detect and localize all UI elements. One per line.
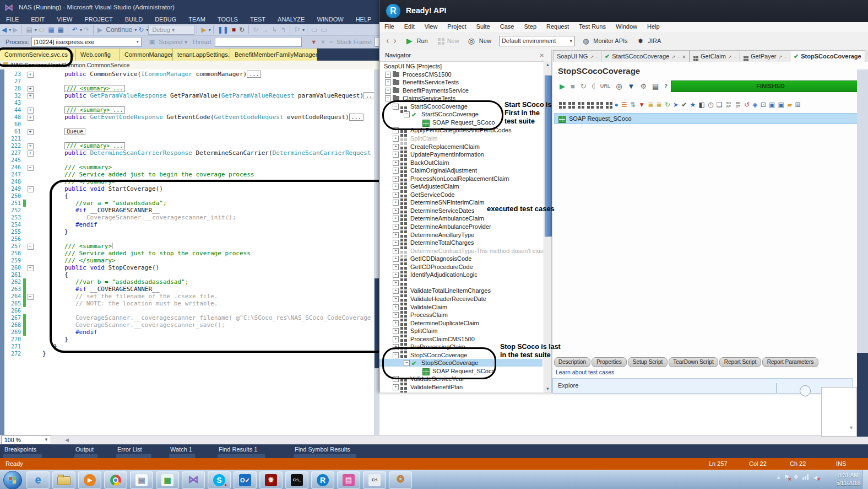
step-type-grid-icon[interactable] — [559, 102, 562, 105]
expand-icon[interactable]: + — [28, 151, 34, 157]
vs-doc-tab-benefitmemberfamilymanagertests-c[interactable]: BenefitMemberFamilyManagerTests.c — [230, 49, 317, 61]
expand-icon[interactable]: + — [393, 320, 399, 326]
start-orb[interactable] — [3, 471, 22, 489]
vs-menu-edit[interactable]: EDIT — [25, 15, 51, 24]
expand-icon[interactable]: + — [393, 127, 399, 133]
vs-doc-tab-commonservice-svc-cs[interactable]: CommonService.svc.cs⍉✕ — [0, 49, 76, 61]
tray-caret-icon[interactable]: ▴ — [777, 474, 780, 481]
fold-margin[interactable]: + — [26, 106, 35, 114]
vs-panel-tab-find-symbol-results[interactable]: Find Symbol Results — [295, 446, 350, 453]
loop-icon[interactable]: ↻ — [665, 100, 670, 109]
expand-icon[interactable]: + — [393, 160, 399, 166]
chevron-down-icon[interactable]: ▾ — [35, 28, 37, 33]
expand-icon[interactable]: + — [393, 248, 399, 254]
expand-icon[interactable]: + — [393, 224, 399, 230]
tree-item-updatepaymentinformation[interactable]: +UpdatePaymentInformation — [379, 151, 542, 158]
paint-palette-icon[interactable]: ❂ — [389, 471, 412, 489]
tree-item-splitclaim[interactable]: +SplitClaim — [379, 135, 542, 142]
tree-item-benefitsservicetests[interactable]: +BenefitsServiceTests — [379, 78, 542, 86]
ready-api-icon[interactable]: R — [311, 471, 334, 489]
close-icon[interactable]: ✕ — [540, 50, 544, 61]
jira-label[interactable]: JIRA — [648, 37, 661, 44]
expand-icon[interactable]: + — [385, 79, 391, 85]
tree-item-determinetotalcharges[interactable]: +DetermineTotalCharges — [379, 239, 542, 246]
tree-item-splitclaim[interactable]: +SplitClaim — [379, 327, 542, 335]
filter-flag-icon[interactable]: ▼ — [320, 37, 326, 47]
refresh-icon[interactable]: ↻ — [253, 25, 258, 35]
chevron-down-icon[interactable]: ▼ — [849, 425, 854, 431]
tree-item-determineancillarytype[interactable]: +DetermineAncillaryType — [379, 231, 542, 239]
close-icon[interactable]: ✕ — [682, 55, 686, 60]
assert-icon[interactable]: ✔ — [681, 100, 687, 109]
learn-about-test-cases-link[interactable]: Learn about test cases — [556, 369, 614, 375]
tree-item-stopscococoverage[interactable]: −✔StopSCocoCoverage — [379, 359, 542, 367]
step-into-icon[interactable]: → — [262, 25, 268, 35]
tree-item-applypendcategoriesandpendcodes[interactable]: +ApplyPendCategoriesAndPendCodes — [379, 126, 542, 134]
expand-icon[interactable]: + — [393, 272, 399, 278]
ready-tab-soapui-ng[interactable]: SoapUI NG↗−✕ — [553, 50, 608, 62]
tree-item-validateoccurrencedatacount[interactable]: +ValidateOccurrenceDataCount — [379, 391, 542, 393]
monitor-icon[interactable]: ⊡ — [761, 100, 766, 109]
expand-icon[interactable]: + — [393, 200, 399, 206]
action-center-icon[interactable]: ⚑✕ — [784, 474, 789, 481]
ready-menu-request[interactable]: Request — [541, 22, 574, 32]
expand-icon[interactable]: + — [393, 232, 399, 238]
vs-menu-team[interactable]: TEAM — [182, 15, 211, 24]
bottom-tab-setup-script[interactable]: Setup Script — [628, 357, 668, 367]
chevron-down-icon[interactable]: ▾ — [80, 28, 82, 33]
vs-doc-tab-tenant-appsettings-xml[interactable]: tenant.appSettings.xml — [173, 49, 230, 61]
scrollbar-thumb[interactable] — [375, 278, 379, 368]
collapse-icon[interactable]: − — [385, 95, 391, 101]
fold-margin[interactable]: + — [26, 149, 35, 157]
nav-forward-icon[interactable]: ▶ — [13, 25, 18, 35]
expand-icon[interactable]: + — [393, 176, 399, 182]
expand-icon[interactable]: + — [393, 328, 399, 334]
fold-margin[interactable]: − — [26, 264, 35, 271]
fold-margin[interactable]: − — [26, 293, 35, 300]
tree-item-processclaimcms1500[interactable]: +ProcessClaimCMS1500 — [379, 335, 542, 343]
continue-button-label[interactable]: Continue — [106, 25, 132, 35]
chevron-down-icon[interactable]: ▾ — [134, 28, 137, 33]
soap-step-icon[interactable]: SO AP — [725, 101, 732, 108]
delay-clock-icon[interactable]: ◷ — [708, 100, 713, 109]
tree-item-processclaim[interactable]: +ProcessClaim — [379, 311, 542, 319]
expand-icon[interactable]: + — [393, 312, 399, 318]
nav-forward-icon[interactable]: › — [393, 36, 396, 46]
tree-item-soap-request-scoco[interactable]: SOAP Request_SCoco — [379, 367, 542, 375]
thread-select[interactable] — [215, 37, 302, 47]
fold-margin[interactable]: + — [26, 92, 35, 99]
ready-tab-getpayer[interactable]: GetPayer↗−✕ — [740, 50, 797, 62]
expand-icon[interactable]: + — [393, 344, 399, 350]
scroll-down-icon[interactable]: ▼ — [544, 385, 551, 393]
ready-menu-help[interactable]: Help — [642, 22, 665, 32]
pin-icon[interactable]: ⍉ — [71, 52, 74, 58]
expand-icon[interactable]: + — [28, 86, 34, 92]
vs-menu-file[interactable]: FILE — [0, 15, 25, 24]
collapse-icon[interactable]: − — [393, 352, 399, 358]
undo-icon[interactable]: ↶ — [72, 25, 78, 35]
minimize-icon[interactable]: − — [596, 55, 599, 60]
bottom-tab-report-parameters[interactable]: Report Parameters — [762, 357, 818, 367]
suspend-dropdown[interactable]: Suspend ▾ — [159, 39, 187, 46]
vs-menu-project[interactable]: PROJECT — [78, 15, 118, 24]
tree-item-geticddiagnosiscode[interactable]: +GetICDDiagnosisCode — [379, 255, 542, 262]
log-icon[interactable]: ▤ — [652, 82, 659, 90]
monitor-apis-icon[interactable]: ◍ — [583, 37, 589, 45]
debug-config-select[interactable]: Debug ▾ — [148, 25, 194, 35]
vs-panel-tab-find-results-1[interactable]: Find Results 1 — [219, 446, 257, 453]
media-player-icon[interactable]: ▶ — [78, 471, 101, 489]
datasink-icon[interactable]: ≣ — [648, 100, 653, 109]
collapse-icon[interactable]: − — [28, 244, 34, 250]
float-window-icon[interactable]: ↗ — [778, 55, 782, 60]
float-window-icon[interactable]: ↗ — [671, 55, 675, 60]
redo-icon[interactable]: ↷ — [84, 25, 89, 35]
record-icon[interactable]: ◎ — [616, 82, 622, 90]
vs-menu-test[interactable]: TEST — [244, 15, 272, 24]
expand-icon[interactable]: + — [393, 192, 399, 198]
collapse-icon[interactable]: − — [28, 294, 34, 300]
outlook-icon[interactable]: O✓ — [234, 471, 257, 489]
pause-icon[interactable]: ❚❚ — [218, 25, 229, 35]
expand-icon[interactable]: + — [28, 115, 34, 121]
run-button-label[interactable]: Run — [416, 37, 427, 44]
run-testcase-icon[interactable]: ▶ — [560, 82, 565, 90]
